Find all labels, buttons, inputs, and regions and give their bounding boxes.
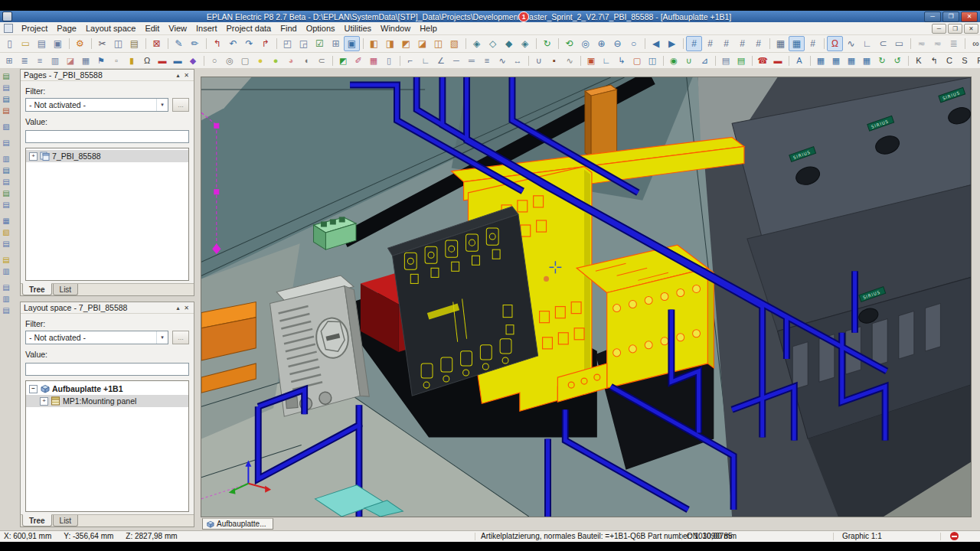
collapse-icon[interactable]: − xyxy=(29,385,38,393)
polygon-green-tool-icon[interactable]: ● xyxy=(268,54,283,68)
copy-icon[interactable]: ◫ xyxy=(110,36,126,51)
3d-viewport[interactable]: SIRIUS SIRIUS SIRIUS SIRIUS xyxy=(201,77,972,517)
spline-curve-icon[interactable]: ∿ xyxy=(495,54,510,68)
block-icon[interactable]: ▪ xyxy=(547,54,562,68)
symbol-navigator-icon[interactable]: ▤ xyxy=(2,305,11,315)
page-forward-icon[interactable]: ▶ xyxy=(664,36,680,51)
navigator-tree-icon[interactable]: ≣ xyxy=(17,54,32,68)
stop-edit-icon[interactable]: ▬ xyxy=(770,54,786,68)
part-placement-icon[interactable]: ⊞ xyxy=(2,54,17,68)
graphical-preview-icon[interactable]: ▣ xyxy=(344,36,360,51)
undo-icon[interactable]: ↶ xyxy=(225,36,241,51)
block-k-icon[interactable]: ▦ xyxy=(828,54,844,68)
title-bar[interactable]: EPLAN Electric P8 2.7 Beta - D:\EPLAN\Sy… xyxy=(0,11,980,22)
window-overview-icon[interactable]: ◲ xyxy=(296,36,312,51)
expand-icon[interactable]: + xyxy=(29,152,38,161)
menu-item-insert[interactable]: Insert xyxy=(191,24,222,33)
layout-navigator-icon[interactable]: ▥ xyxy=(2,294,11,304)
print-icon[interactable]: ▣ xyxy=(50,36,66,51)
renumber-2-icon[interactable]: ▤ xyxy=(733,54,749,68)
layout-filter-browse-button[interactable]: ... xyxy=(172,331,189,344)
menu-item-find[interactable]: Find xyxy=(276,24,301,33)
busbar-icon[interactable]: ▮ xyxy=(124,54,139,68)
insert-off-3-icon[interactable]: ≣ xyxy=(946,36,962,51)
tab-list[interactable]: List xyxy=(53,515,79,527)
layout-value-input[interactable] xyxy=(25,363,189,376)
object-snap-icon[interactable]: Ω xyxy=(827,36,843,51)
box-edit-icon[interactable]: ▣ xyxy=(583,54,599,68)
dimension-icon[interactable]: ↔ xyxy=(510,54,525,68)
terminal-navigator-icon[interactable]: ▤ xyxy=(2,138,11,148)
renumber-1-icon[interactable]: ▤ xyxy=(718,54,733,68)
ellipse-yellow-tool-icon[interactable]: ● xyxy=(253,54,268,68)
zoom-in-icon[interactable]: ⊕ xyxy=(593,36,609,51)
page-properties-icon[interactable]: ▤ xyxy=(34,36,50,51)
view-box-4-icon[interactable]: ◪ xyxy=(414,36,430,51)
mdi-minimize-button[interactable]: ─ xyxy=(932,24,946,34)
zoom-all-icon[interactable]: ○ xyxy=(626,36,642,51)
align-parts-icon[interactable]: # xyxy=(805,36,821,51)
grid-a-icon[interactable]: # xyxy=(686,36,702,51)
pages-tree-row[interactable]: + 7_PBI_85588 xyxy=(26,150,188,162)
connector-1-icon[interactable]: ◈ xyxy=(469,36,485,51)
revision-navigator-icon[interactable]: ▥ xyxy=(2,266,11,276)
document-tab-aufbauplatte[interactable]: Aufbauplatte... xyxy=(202,518,273,530)
jump-back-icon[interactable]: ↰ xyxy=(209,36,225,51)
u-duct-icon[interactable]: ∪ xyxy=(531,54,547,68)
minimize-button[interactable]: ─ xyxy=(924,11,941,22)
cable-navigator-icon[interactable]: ▤ xyxy=(2,165,11,175)
expand-icon[interactable]: + xyxy=(40,397,48,406)
message-navigator-icon[interactable]: ▤ xyxy=(2,106,11,116)
layout-space-tree[interactable]: − Aufbauplatte +1B1 + MP1:Mounting panel xyxy=(25,380,189,512)
logic-snap-icon[interactable]: ∿ xyxy=(843,36,859,51)
grid-c-icon[interactable]: # xyxy=(718,36,734,51)
triple-line-icon[interactable]: ≡ xyxy=(479,54,495,68)
menu-item-layout-space[interactable]: Layout space xyxy=(81,24,140,33)
angle-snap-icon[interactable]: ∟ xyxy=(859,36,875,51)
ruler-icon[interactable]: ▭ xyxy=(891,36,907,51)
menu-item-window[interactable]: Window xyxy=(376,24,415,33)
arc-tool-icon[interactable]: ◖ xyxy=(299,54,314,68)
block-s-icon[interactable]: ▦ xyxy=(813,54,828,68)
view-box-6-icon[interactable]: ▧ xyxy=(446,36,462,51)
pages-panel-titlebar[interactable]: Pages - 7_PBI_85588 ▴ ✕ xyxy=(21,70,194,81)
view-box-5-icon[interactable]: ◫ xyxy=(430,36,446,51)
bill-of-materials-icon[interactable]: ▦ xyxy=(2,216,11,226)
arc-pink-tool-icon[interactable]: ◕ xyxy=(283,54,299,68)
delete-icon[interactable]: ⊠ xyxy=(149,36,165,51)
page-back-icon[interactable]: ◀ xyxy=(648,36,664,51)
zoom-out-icon[interactable]: ⊖ xyxy=(609,36,626,51)
settings-wrench-icon[interactable]: ⚙ xyxy=(72,36,88,51)
grid-table-icon[interactable]: ▦ xyxy=(78,54,93,68)
text-grid-icon[interactable]: A xyxy=(792,54,807,68)
circle-tool-icon[interactable]: ○ xyxy=(207,54,222,68)
view-box-1-icon[interactable]: ◧ xyxy=(366,36,382,51)
mdi-restore-button[interactable]: ❐ xyxy=(948,24,962,34)
restore-button[interactable]: ❐ xyxy=(942,11,959,22)
warning-navigator-icon[interactable]: ▤ xyxy=(2,255,11,265)
line-icon[interactable]: ─ xyxy=(449,54,464,68)
swap-cw-icon[interactable]: ↻ xyxy=(874,54,890,68)
layout-filter-select[interactable]: - Not activated - ▾ xyxy=(25,331,168,344)
rotate-icon[interactable]: ↻ xyxy=(539,36,555,51)
auto-connect-icon[interactable]: ⊂ xyxy=(875,36,891,51)
structure-navigator-icon[interactable]: ▤ xyxy=(2,239,11,249)
wave-cut-icon[interactable]: ∿ xyxy=(562,54,577,68)
corner-sw-icon[interactable]: ∟ xyxy=(418,54,433,68)
plc-navigator-icon[interactable]: ▤ xyxy=(2,177,11,187)
hatch-icon[interactable]: ▦ xyxy=(366,54,381,68)
tab-tree[interactable]: Tree xyxy=(22,283,52,295)
column-icon[interactable]: ▯ xyxy=(381,54,397,68)
properties-columns-icon[interactable]: ▥ xyxy=(47,54,63,68)
macro-s-icon[interactable]: S xyxy=(957,54,972,68)
close-button[interactable]: ✕ xyxy=(961,11,978,22)
layout-tree-child-row[interactable]: + MP1:Mounting panel xyxy=(26,395,188,407)
find-icon[interactable]: ∞ xyxy=(968,36,980,51)
format-brush-icon[interactable]: ✎ xyxy=(171,36,187,51)
spline-tool-icon[interactable]: ⊂ xyxy=(314,54,329,68)
macro-return-icon[interactable]: ↰ xyxy=(926,54,942,68)
paste-parts-icon[interactable]: ◆ xyxy=(185,54,201,68)
macro-k-icon[interactable]: K xyxy=(911,54,926,68)
menu-item-view[interactable]: View xyxy=(164,24,191,33)
grid-e-icon[interactable]: # xyxy=(750,36,766,51)
